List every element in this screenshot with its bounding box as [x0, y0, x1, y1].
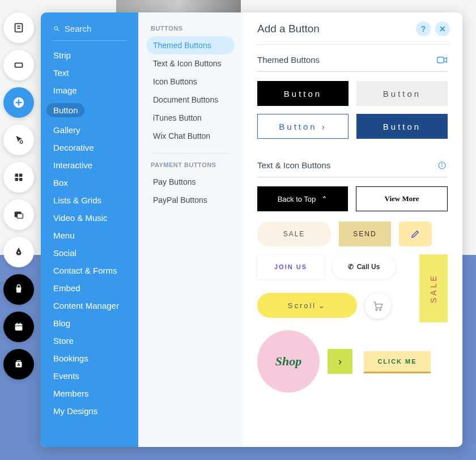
toolbar-apps-button[interactable]: +: [3, 162, 34, 193]
themed-button-navy[interactable]: Button: [356, 114, 448, 139]
category-embed[interactable]: Embed: [41, 279, 138, 297]
sub-themed-buttons[interactable]: Themed Buttons: [146, 36, 235, 54]
sub-heading-payment: PAYMENT BUTTONS: [151, 161, 230, 168]
toolbar-ascend-button[interactable]: A: [3, 349, 34, 380]
svg-rect-14: [15, 324, 23, 331]
themed-button-gray[interactable]: Button: [356, 81, 448, 106]
sample-cart[interactable]: [365, 293, 391, 319]
cart-icon: [372, 300, 384, 312]
pencil-icon: [410, 229, 420, 239]
section-divider-texticon: [257, 177, 448, 177]
add-panel: Strip Text Image Button Gallery Decorati…: [41, 12, 462, 447]
category-text[interactable]: Text: [41, 64, 138, 82]
toolbar-store-button[interactable]: [3, 274, 34, 305]
category-menu[interactable]: Menu: [41, 227, 138, 244]
chevron-up-icon: ⌃: [321, 195, 328, 203]
svg-point-26: [380, 309, 381, 310]
sample-view-more[interactable]: View More: [356, 186, 448, 211]
svg-point-13: [18, 252, 20, 254]
sub-icon-buttons[interactable]: Icon Buttons: [146, 73, 235, 91]
category-list: Strip Text Image Button Gallery Decorati…: [41, 46, 138, 420]
sample-arrow[interactable]: ›: [328, 349, 352, 374]
help-button[interactable]: ?: [416, 22, 431, 36]
toolbar-section-button[interactable]: [3, 50, 34, 80]
themed-button-outline[interactable]: Button›: [257, 114, 348, 139]
toolbar-theme-button[interactable]: [3, 125, 34, 155]
toolbar-media-button[interactable]: [3, 199, 34, 230]
chevron-down-icon: ⌄: [318, 301, 326, 310]
back-to-top-label: Back to Top: [278, 195, 316, 203]
category-store[interactable]: Store: [41, 332, 138, 350]
themed-button-black[interactable]: Button: [257, 81, 348, 106]
sample-join-us[interactable]: JOIN US: [257, 254, 324, 279]
svg-rect-8: [15, 178, 18, 181]
category-button[interactable]: Button: [41, 99, 138, 121]
search-input[interactable]: [65, 24, 126, 33]
category-lists-grids[interactable]: Lists & Grids: [41, 191, 138, 209]
svg-rect-12: [17, 214, 23, 218]
sub-pay-buttons[interactable]: Pay Buttons: [146, 173, 235, 191]
sample-back-to-top[interactable]: Back to Top⌃: [257, 186, 348, 211]
sample-sale[interactable]: SALE: [257, 222, 331, 246]
category-strip[interactable]: Strip: [41, 46, 138, 64]
category-video-music[interactable]: Video & Music: [41, 209, 138, 227]
scroll-label: Scroll: [288, 301, 317, 310]
category-box[interactable]: Box: [41, 174, 138, 191]
category-social[interactable]: Social: [41, 244, 138, 262]
themed-button-grid: Button Button Button› Button: [243, 81, 462, 139]
sub-document-buttons[interactable]: Document Buttons: [146, 91, 235, 109]
category-contact-forms[interactable]: Contact & Forms: [41, 262, 138, 279]
category-decorative[interactable]: Decorative: [41, 139, 138, 156]
video-icon[interactable]: [436, 56, 448, 65]
phone-icon: ✆: [348, 263, 354, 271]
category-content-manager[interactable]: Content Manager: [41, 297, 138, 314]
toolbar-pen-button[interactable]: [3, 237, 34, 267]
sample-sale-vertical[interactable]: SALE: [419, 254, 448, 322]
category-bookings[interactable]: Bookings: [41, 350, 138, 367]
sample-shop[interactable]: Shop: [257, 330, 320, 393]
sample-call-us[interactable]: ✆Call Us: [332, 254, 396, 279]
svg-text:A: A: [17, 362, 20, 367]
background-photo: [116, 0, 241, 12]
arrow-right-icon: ›: [338, 356, 342, 368]
left-toolbar: + A: [3, 12, 34, 380]
sample-scroll[interactable]: Scroll⌄: [257, 293, 357, 318]
svg-point-5: [20, 140, 23, 143]
sample-click-me[interactable]: CLICK ME: [364, 351, 431, 372]
section-head-themed: Themed Buttons: [243, 45, 462, 69]
themed-button-outline-label: Button: [279, 122, 317, 131]
texticon-grid: Back to Top⌃ View More SALE SEND JOIN US…: [243, 186, 462, 404]
info-icon[interactable]: [436, 161, 448, 170]
search-row: [52, 20, 127, 41]
toolbar-add-button[interactable]: [3, 87, 34, 118]
category-image[interactable]: Image: [41, 82, 138, 99]
svg-point-25: [376, 309, 377, 310]
category-events[interactable]: Events: [41, 367, 138, 385]
sub-text-icon-buttons[interactable]: Text & Icon Buttons: [146, 54, 235, 73]
svg-point-24: [441, 163, 442, 164]
toolbar-pages-button[interactable]: [3, 12, 34, 43]
sub-heading-buttons: BUTTONS: [151, 25, 230, 32]
close-button[interactable]: ✕: [435, 22, 450, 36]
chevron-right-icon: ›: [322, 122, 327, 131]
svg-rect-9: [19, 178, 22, 181]
subcategory-sidebar: BUTTONS Themed Buttons Text & Icon Butto…: [138, 12, 243, 447]
svg-line-20: [57, 29, 58, 31]
svg-rect-21: [437, 57, 444, 63]
sub-divider: [151, 153, 230, 154]
svg-rect-6: [15, 174, 18, 177]
category-members[interactable]: Members: [41, 385, 138, 402]
category-interactive[interactable]: Interactive: [41, 156, 138, 174]
sub-itunes-button[interactable]: iTunes Button: [146, 109, 235, 127]
category-my-designs[interactable]: My Designs: [41, 402, 138, 420]
sample-pencil[interactable]: [399, 222, 432, 246]
panel-title: Add a Button: [257, 23, 320, 35]
header-actions: ? ✕: [416, 22, 450, 36]
toolbar-bookings-button[interactable]: [3, 312, 34, 342]
svg-rect-3: [15, 63, 23, 67]
sub-paypal-buttons[interactable]: PayPal Buttons: [146, 191, 235, 209]
sample-send[interactable]: SEND: [339, 222, 391, 246]
category-gallery[interactable]: Gallery: [41, 121, 138, 139]
category-blog[interactable]: Blog: [41, 314, 138, 332]
sub-wix-chat-button[interactable]: Wix Chat Button: [146, 127, 235, 145]
